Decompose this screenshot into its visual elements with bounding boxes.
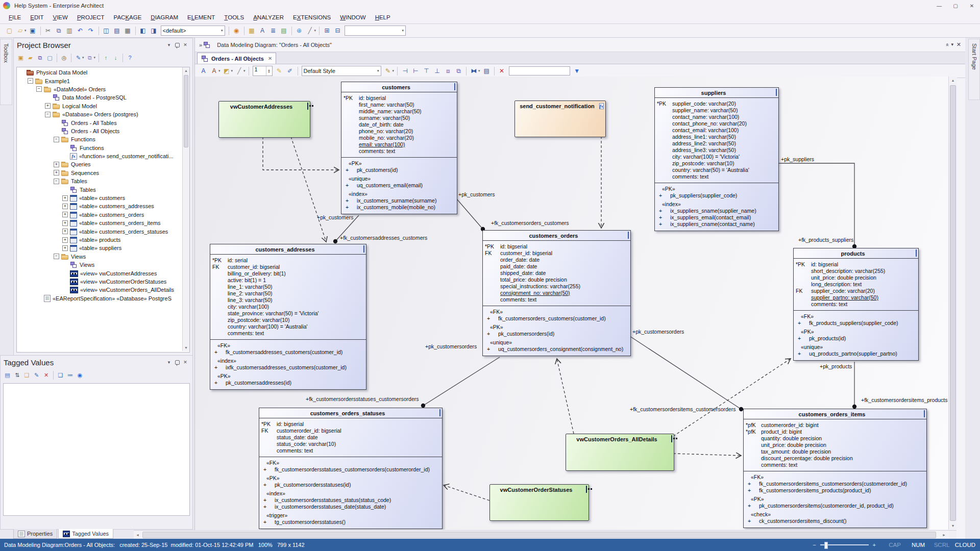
new-tag-icon[interactable]: ▤ <box>3 370 12 380</box>
save-style-icon-dropdown[interactable]: ▾ <box>393 69 395 73</box>
entity-products[interactable]: products*PKid: bigserialshort_descriptio… <box>793 248 919 361</box>
help-globe-icon[interactable]: ◉ <box>231 26 242 36</box>
line-width-spinner[interactable]: 1▲▼ <box>253 66 273 76</box>
connector-customers_orders-customers_orders_statuses[interactable] <box>423 357 500 406</box>
tab-orders-all-objects[interactable]: Orders - All Objects ✕ <box>197 53 276 64</box>
tree-expander-icon[interactable]: + <box>62 220 68 226</box>
tree-expander-icon[interactable]: + <box>62 204 68 209</box>
canvas-horizontal-scrollbar[interactable]: ◄ ► <box>134 530 957 539</box>
menu-help[interactable]: HELP <box>371 13 395 22</box>
undo-icon[interactable]: ↶ <box>75 26 86 36</box>
chevron-down-icon[interactable]: ▾ <box>165 358 173 366</box>
font-face-icon[interactable]: A <box>209 66 219 76</box>
close-button[interactable]: ✕ <box>964 0 980 11</box>
tree-item-tables[interactable]: −Tables <box>17 177 189 185</box>
font-color-icon[interactable]: A <box>198 66 209 76</box>
remove-filter-icon[interactable]: ✕ <box>497 66 507 76</box>
tree-item-table-products[interactable]: +«table» products <box>17 236 189 244</box>
tab-tagged-values[interactable]: Tagged Values <box>58 529 113 539</box>
connector-vwCustomerOrders_AllDetails-customers_orders_items[interactable] <box>673 454 741 456</box>
close-icon[interactable]: ✕ <box>181 41 189 49</box>
close-icon[interactable]: ✕ <box>181 358 189 366</box>
zoom-in-icon[interactable]: + <box>873 542 876 548</box>
entity-customers_orders_items[interactable]: customers_orders_items*pfKcustomerorder_… <box>743 409 927 528</box>
entity-vwCustomerAddresses[interactable]: vwCustomerAddresses <box>218 101 310 138</box>
tile-windows-icon[interactable]: ⊞ <box>322 26 332 36</box>
tree-item-database-orders-postgres[interactable]: −«Database» Orders (postgres) <box>17 110 189 118</box>
fill-color-icon-dropdown[interactable]: ▾ <box>231 69 233 73</box>
entity-customers_orders_statuses[interactable]: customers_orders_statuses*PKid: bigseria… <box>259 408 443 529</box>
tree-item-sequences[interactable]: +Sequences <box>17 169 189 177</box>
auto-layout-icon[interactable]: ⧓ <box>469 66 479 76</box>
filter-icon[interactable]: ▼ <box>572 66 582 76</box>
edit-tag-icon[interactable]: ✎ <box>32 370 41 380</box>
save-icon[interactable]: ▣ <box>28 26 38 36</box>
tree-item-table-suppliers[interactable]: +«table» suppliers <box>17 244 189 252</box>
open-icon[interactable]: ▱ <box>15 26 26 36</box>
connector-style-icon-dropdown[interactable]: ▾ <box>314 29 316 33</box>
chevron-down-icon[interactable]: ▼ <box>950 42 954 47</box>
format-painter-icon[interactable]: ✎ <box>274 66 285 76</box>
document-icon[interactable]: ▤ <box>112 26 122 36</box>
menu-diagram[interactable]: DIAGRAM <box>146 13 183 22</box>
canvas-vertical-scrollbar[interactable]: ▲ ▼ <box>948 77 957 530</box>
menu-extensions[interactable]: EXTENSIONS <box>288 13 335 22</box>
entity-suppliers[interactable]: suppliers*PKsupplier_code: varchar(20)su… <box>654 87 779 231</box>
tree-item-view-vwcustomeraddresses[interactable]: «view» vwCustomerAddresses <box>17 269 189 277</box>
tree-item-views[interactable]: Views <box>17 261 189 269</box>
cut-icon[interactable]: ✂ <box>43 26 54 36</box>
fill-color-icon[interactable]: ◩ <box>222 66 232 76</box>
entity-customers[interactable]: customers*PKid: bigserialfirst_name: var… <box>341 82 457 214</box>
print-icon[interactable]: ▦ <box>122 26 133 36</box>
expand-breadcrumb-icon[interactable]: » <box>199 42 202 48</box>
tab-properties[interactable]: Properties <box>13 529 57 539</box>
copy-icon[interactable]: ⧉ <box>54 26 64 36</box>
tree-item-function-send_customer_notificati...[interactable]: «function» send_customer_notificati... <box>17 152 189 160</box>
menu-view[interactable]: VIEW <box>48 13 72 22</box>
tree-expander-icon[interactable]: − <box>54 179 59 184</box>
tree-item-table-customers[interactable]: +«table» customers <box>17 194 189 202</box>
align-top-icon[interactable]: ⊤ <box>421 66 432 76</box>
tree-expander-icon[interactable]: + <box>62 195 68 201</box>
close-diagram-dock-icon[interactable]: ✕ <box>957 41 961 48</box>
tree-item-orders---all-tables[interactable]: Orders - All Tables <box>17 118 189 127</box>
sort-icon[interactable]: ⇅ <box>12 370 22 380</box>
tree-item-logical-model[interactable]: +Logical Model <box>17 102 189 110</box>
tree-item-example1[interactable]: −Example1 <box>17 77 189 85</box>
connector-customers_orders-customers_orders_items[interactable] <box>630 336 741 409</box>
tree-item-physical-data-model[interactable]: Physical Data Model <box>17 68 189 77</box>
tree-item-orders---all-objects[interactable]: Orders - All Objects <box>17 127 189 135</box>
menu-project[interactable]: PROJECT <box>72 13 109 22</box>
tree-expander-icon[interactable]: − <box>45 112 51 117</box>
entity-customers_orders[interactable]: customers_orders*PKid: bigserialFKcustom… <box>482 230 631 356</box>
auto-layout-icon-dropdown[interactable]: ▾ <box>478 69 480 73</box>
align-bottom-icon[interactable]: ⊥ <box>432 66 443 76</box>
tree-item-view-vwcustomerorderstatuses[interactable]: «view» vwCustomerOrderStatuses <box>17 278 189 286</box>
menu-window[interactable]: WINDOW <box>335 13 370 22</box>
help-icon[interactable]: ? <box>125 53 135 62</box>
tree-item-queries[interactable]: +Queries <box>17 160 189 168</box>
tree-item-functions[interactable]: Functions <box>17 144 189 152</box>
split-window-icon[interactable]: ⊟ <box>332 26 343 36</box>
diagram-properties-icon[interactable]: ▤ <box>481 66 492 76</box>
entity-customers_addresses[interactable]: customers_addresses*PKid: serialFKcustom… <box>210 244 366 390</box>
move-up-icon[interactable]: ↑ <box>101 53 111 62</box>
project-tree-scrollbar[interactable]: ▲ ▼ <box>182 67 189 351</box>
new-model-icon[interactable]: ▣ <box>16 53 26 62</box>
font-face-icon-dropdown[interactable]: ▾ <box>218 69 220 73</box>
new-diagram-icon[interactable]: ⧉ <box>35 53 45 62</box>
tree-item-table-customers_orders_statuses[interactable]: +«table» customers_orders_statuses <box>17 227 189 235</box>
tree-expander-icon[interactable]: − <box>54 137 59 142</box>
filter-input[interactable] <box>509 66 570 76</box>
notes-icon[interactable]: ▤ <box>279 26 289 36</box>
entity-vwCustomerOrders_AllDetails[interactable]: vwCustomerOrders_AllDetails <box>566 434 674 471</box>
menu-element[interactable]: ELEMENT <box>183 13 219 22</box>
tree-item-data-model---postgresql[interactable]: Data Model - PostgreSQL <box>17 93 189 102</box>
model-search-icon[interactable]: ◫ <box>101 26 112 36</box>
tag-blue-icon[interactable]: ❑ <box>56 370 65 380</box>
tree-expander-icon[interactable]: − <box>28 78 33 84</box>
menu-package[interactable]: PACKAGE <box>109 13 146 22</box>
connector-vwCustomerAddresses-customers[interactable] <box>263 137 339 170</box>
minimize-button[interactable]: — <box>931 0 947 11</box>
menu-tools[interactable]: TOOLS <box>219 13 249 22</box>
